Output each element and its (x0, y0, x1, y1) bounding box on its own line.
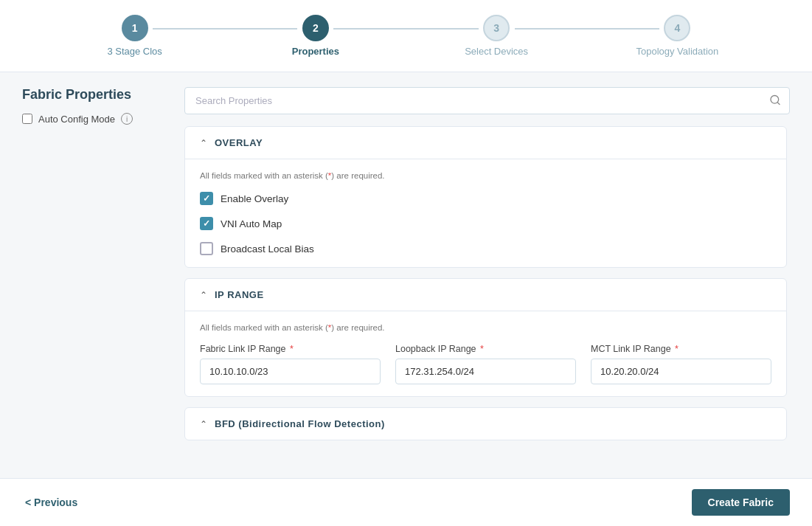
ip-range-section-body: All fields marked with an asterisk (*) a… (185, 311, 786, 396)
overlay-section-title: OVERLAY (215, 137, 263, 148)
overlay-section-body: All fields marked with an asterisk (*) a… (185, 159, 786, 267)
vni-auto-map-checkbox[interactable] (200, 217, 213, 230)
create-fabric-button[interactable]: Create Fabric (692, 489, 790, 516)
loopback-ip-field-group: Loopback IP Range * (395, 344, 576, 384)
step-3-label: Select Devices (465, 46, 528, 57)
loopback-ip-label: Loopback IP Range * (395, 344, 576, 354)
stepper: 1 3 Stage Clos 2 Properties 3 Select Dev… (0, 0, 812, 72)
auto-config-checkbox[interactable] (22, 114, 32, 124)
bfd-section-title: BFD (Bidirectional Flow Detection) (215, 418, 385, 429)
right-panel: ⌃ OVERLAY All fields marked with an aste… (184, 87, 790, 451)
mct-link-ip-label: MCT Link IP Range * (591, 344, 771, 354)
ip-range-required-note: All fields marked with an asterisk (*) a… (200, 323, 771, 332)
ip-range-collapse-icon: ⌃ (200, 290, 207, 300)
vni-auto-map-row: VNI Auto Map (200, 217, 771, 230)
step-4[interactable]: 4 Topology Validation (587, 15, 768, 57)
scrollable-content: ⌃ OVERLAY All fields marked with an aste… (184, 126, 790, 451)
step-1-label: 3 Stage Clos (107, 46, 162, 57)
step-2-label: Properties (292, 46, 339, 57)
step-2[interactable]: 2 Properties (225, 15, 406, 57)
ip-range-grid: Fabric Link IP Range * Loopback IP Range… (200, 344, 771, 384)
broadcast-local-bias-label: Broadcast Local Bias (221, 243, 314, 255)
step-3-circle: 3 (483, 15, 510, 41)
step-3[interactable]: 3 Select Devices (406, 15, 587, 57)
ip-range-section-title: IP RANGE (215, 289, 264, 300)
fabric-properties-title: Fabric Properties (22, 87, 170, 103)
svg-line-1 (777, 102, 780, 104)
overlay-required-note: All fields marked with an asterisk (*) a… (200, 171, 771, 180)
step-4-circle: 4 (664, 15, 690, 41)
overlay-section-header[interactable]: ⌃ OVERLAY (185, 127, 786, 159)
bfd-section-header[interactable]: ⌃ BFD (Bidirectional Flow Detection) (185, 408, 786, 440)
bfd-collapse-icon: ⌃ (200, 419, 207, 429)
broadcast-local-bias-row: Broadcast Local Bias (200, 242, 771, 255)
overlay-asterisk: * (328, 171, 331, 180)
fabric-link-ip-input[interactable] (200, 359, 381, 384)
content-area: Fabric Properties Auto Config Mode i ⌃ (0, 72, 812, 466)
loopback-ip-input[interactable] (395, 359, 576, 384)
bfd-section: ⌃ BFD (Bidirectional Flow Detection) (184, 407, 787, 440)
overlay-section: ⌃ OVERLAY All fields marked with an aste… (184, 126, 787, 268)
vni-auto-map-label: VNI Auto Map (221, 218, 282, 229)
step-1[interactable]: 1 3 Stage Clos (44, 15, 225, 57)
loopback-required-star: * (480, 344, 484, 354)
mct-link-ip-input[interactable] (591, 359, 771, 384)
footer: < Previous Create Fabric (0, 478, 812, 526)
mct-link-ip-field-group: MCT Link IP Range * (591, 344, 771, 384)
search-icon (769, 94, 781, 108)
ip-range-section-header[interactable]: ⌃ IP RANGE (185, 279, 786, 311)
mct-link-required-star: * (675, 344, 679, 354)
auto-config-row: Auto Config Mode i (22, 113, 170, 125)
fabric-link-ip-label: Fabric Link IP Range * (200, 344, 381, 354)
fabric-link-ip-field-group: Fabric Link IP Range * (200, 344, 381, 384)
prev-button[interactable]: < Previous (22, 491, 80, 514)
overlay-collapse-icon: ⌃ (200, 138, 207, 148)
step-1-circle: 1 (122, 15, 148, 41)
ip-range-section: ⌃ IP RANGE All fields marked with an ast… (184, 278, 787, 397)
left-panel: Fabric Properties Auto Config Mode i (22, 87, 170, 451)
fabric-link-required-star: * (290, 344, 294, 354)
enable-overlay-label: Enable Overlay (221, 193, 288, 204)
search-input[interactable] (184, 87, 790, 114)
info-icon[interactable]: i (121, 113, 133, 125)
enable-overlay-checkbox[interactable] (200, 192, 213, 205)
enable-overlay-row: Enable Overlay (200, 192, 771, 205)
auto-config-label: Auto Config Mode (38, 114, 115, 125)
broadcast-local-bias-checkbox[interactable] (200, 242, 213, 255)
search-bar-container (184, 87, 790, 114)
step-4-label: Topology Validation (636, 46, 718, 57)
step-2-circle: 2 (302, 15, 329, 41)
ip-range-asterisk: * (328, 323, 331, 332)
